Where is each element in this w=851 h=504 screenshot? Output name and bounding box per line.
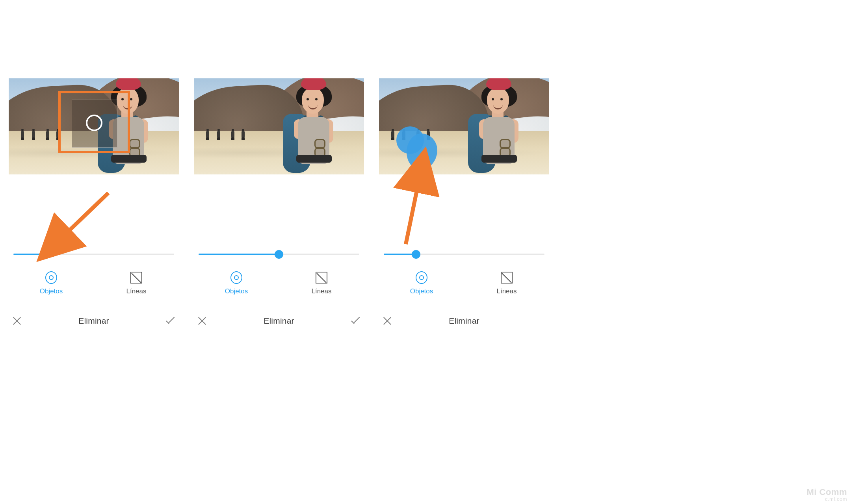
cancel-icon[interactable]: [11, 315, 23, 327]
cancel-icon[interactable]: [381, 315, 393, 327]
confirm-icon[interactable]: [350, 315, 362, 327]
action-bar-title: Eliminar: [264, 316, 294, 326]
slider-fill: [199, 254, 279, 255]
photo-bg-person: [391, 129, 395, 139]
photo-canvas[interactable]: [379, 78, 549, 174]
photo-bg-person: [241, 129, 245, 139]
confirm-icon[interactable]: [165, 315, 177, 327]
action-bar-title: Eliminar: [449, 316, 479, 326]
photo-bg-person: [32, 129, 35, 139]
mode-objects[interactable]: Objetos: [379, 268, 464, 299]
watermark: Mi Comm c.mi.com: [807, 488, 847, 502]
brush-size-slider[interactable]: [384, 254, 544, 255]
slider-thumb[interactable]: [275, 250, 283, 259]
mode-lines[interactable]: Líneas: [464, 268, 549, 299]
mode-row: Objetos Líneas: [9, 268, 179, 299]
mode-lines-label: Líneas: [496, 287, 517, 295]
editor-panel-1: Objetos Líneas Eliminar: [9, 0, 179, 323]
mode-lines[interactable]: Líneas: [279, 268, 364, 299]
mode-row: Objetos Líneas: [379, 268, 549, 299]
lines-icon: [130, 272, 142, 284]
cancel-icon[interactable]: [196, 315, 208, 327]
watermark-line1: Mi Comm: [807, 487, 847, 497]
lines-icon: [501, 272, 513, 284]
slider-fill: [13, 254, 46, 255]
mode-objects[interactable]: Objetos: [194, 268, 279, 299]
slider-thumb[interactable]: [412, 250, 420, 259]
mode-objects[interactable]: Objetos: [9, 268, 94, 299]
confirm-icon-placeholder: [535, 315, 547, 327]
action-bar: Eliminar: [379, 311, 549, 331]
mode-objects-label: Objetos: [40, 287, 63, 295]
mode-objects-label: Objetos: [225, 287, 248, 295]
mode-lines-label: Líneas: [126, 287, 146, 295]
photo-bg-person: [231, 129, 235, 139]
action-bar: Eliminar: [194, 311, 364, 331]
photo-bg-person: [20, 129, 24, 139]
objects-icon: [45, 272, 57, 284]
photo-subject: [459, 78, 522, 174]
slider-fill: [384, 254, 416, 255]
mode-lines[interactable]: Líneas: [94, 268, 179, 299]
action-bar: Eliminar: [9, 311, 179, 331]
photo-bg-person: [206, 129, 210, 139]
brush-size-slider[interactable]: [199, 254, 359, 255]
photo-subject: [273, 78, 336, 174]
brush-size-preview-circle: [86, 115, 102, 131]
action-bar-title: Eliminar: [78, 316, 109, 326]
mode-lines-label: Líneas: [311, 287, 331, 295]
objects-icon: [230, 272, 242, 284]
photo-bg-person: [217, 129, 221, 139]
editor-panel-2: Objetos Líneas Eliminar: [194, 0, 364, 323]
watermark-line2: c.mi.com: [807, 497, 847, 502]
editor-panel-3: Objetos Líneas Eliminar: [379, 0, 549, 323]
photo-bg-person: [46, 129, 50, 139]
photo-canvas[interactable]: [194, 78, 364, 174]
photo-canvas[interactable]: [9, 78, 179, 174]
mode-objects-label: Objetos: [410, 287, 433, 295]
brush-size-slider[interactable]: [13, 254, 174, 255]
lines-icon: [316, 272, 327, 284]
mode-row: Objetos Líneas: [194, 268, 364, 299]
slider-thumb[interactable]: [41, 250, 50, 259]
objects-icon: [416, 272, 427, 284]
